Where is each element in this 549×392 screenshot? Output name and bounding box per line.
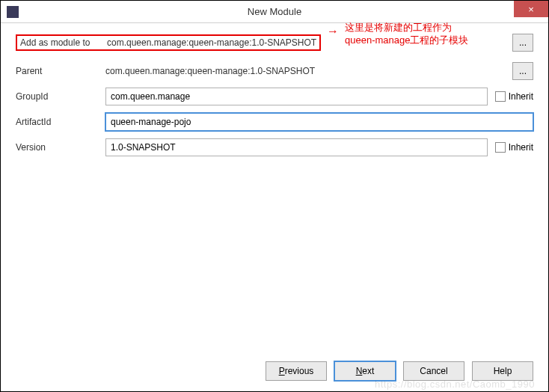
parent-value: com.queen.manage:queen-manage:1.0-SNAPSH… (105, 66, 506, 76)
version-inherit-label: Inherit (509, 142, 533, 153)
watermark-text: https://blog.csdn.net/Caomb_1990 (375, 379, 535, 390)
add-as-module-browse-button[interactable]: ... (512, 34, 533, 52)
add-as-module-label: Add as module to (20, 37, 107, 48)
artifactid-label: ArtifactId (16, 117, 105, 127)
version-label: Version (16, 142, 105, 153)
annotation-line2: queen-manage工程的子模块 (345, 34, 468, 47)
groupid-input[interactable] (105, 88, 488, 105)
annotation-line1: 这里是将新建的工程作为 (345, 22, 468, 34)
version-inherit-checkbox[interactable] (495, 142, 506, 153)
groupid-inherit-checkbox[interactable] (495, 91, 506, 102)
previous-button[interactable]: Previous (266, 361, 327, 381)
parent-browse-button[interactable]: ... (512, 62, 533, 80)
version-input[interactable] (105, 138, 488, 156)
add-as-module-highlight: Add as module to com.queen.manage:queen-… (16, 34, 321, 51)
groupid-inherit-label: Inherit (509, 91, 533, 102)
annotation-text: 这里是将新建的工程作为 queen-manage工程的子模块 (345, 22, 468, 47)
close-icon: × (528, 4, 534, 15)
close-button[interactable]: × (514, 1, 548, 17)
arrow-icon: → (327, 25, 339, 38)
add-as-module-value: com.queen.manage:queen-manage:1.0-SNAPSH… (107, 37, 316, 48)
groupid-label: GroupId (16, 91, 105, 102)
window-title: New Module (248, 6, 301, 17)
artifactid-input[interactable] (105, 113, 533, 131)
app-icon (7, 6, 19, 18)
parent-label: Parent (16, 66, 105, 76)
